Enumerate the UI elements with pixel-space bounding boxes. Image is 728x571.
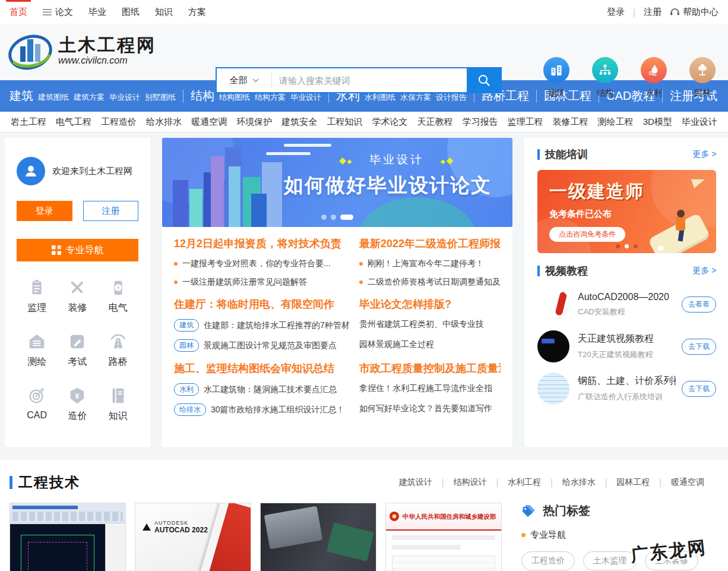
training-more-link[interactable]: 更多 > [692,149,716,160]
news-item[interactable]: 二级造价师资格考试日期调整通知及2... [359,277,501,288]
grid-item-surveying[interactable]: 测绘 [17,332,57,368]
subnav-plumbing[interactable]: 给水排水 [146,116,182,128]
news-item[interactable]: 贵州省建筑工程类初、中级专业技 [359,319,501,332]
news-item[interactable]: 一级注册建筑师注册常见问题解答 [174,277,359,288]
tab-structure-design[interactable]: 结构设计 [453,477,486,488]
nav-arch-villa[interactable]: 别墅图纸 [145,92,176,103]
nav-struct-graduation[interactable]: 毕业设计 [290,92,321,103]
login-button[interactable]: 登录 [17,201,72,221]
nav-struct-drawings[interactable]: 结构图纸 [219,92,250,103]
subnav-geotech[interactable]: 岩土工程 [11,116,46,128]
quick-link-structure[interactable]: 结构 [589,57,621,99]
grid-item-electrical[interactable]: 电气 [98,278,138,314]
video-action-button[interactable]: 去下载 [682,339,716,355]
nav-structure[interactable]: 结构 [191,88,214,104]
banner-dot-active[interactable] [625,244,629,248]
grid-item-cost[interactable]: ¥ 造价 [57,386,97,422]
topbar-item-papers[interactable]: 论文 [43,0,73,24]
banner-dot[interactable] [634,244,638,248]
pro-nav-button[interactable]: 专业导航 [17,239,138,261]
banner-dot[interactable] [616,244,620,248]
video-title[interactable]: AutoCAD2008—2020 [578,292,676,302]
category-tag[interactable]: 建筑 [174,319,199,332]
subnav-tianzheng[interactable]: 天正教程 [417,116,452,128]
news-item[interactable]: 园林景观施工全过程 [359,339,501,352]
news-headline[interactable]: 住建厅：将临时用电、有限空间作 [174,297,359,311]
subnav-supervision[interactable]: 监理工程 [508,116,543,128]
news-item[interactable]: 一建报考专业对照表，你的专业符合要... [174,258,359,269]
news-item[interactable]: 园林景观施工图设计常见规范及审图要点 [174,339,359,352]
topbar-item-knowledge[interactable]: 知识 [155,0,173,24]
news-headline[interactable]: 毕业论文怎样排版? [359,297,501,311]
quick-link-architecture[interactable]: 建筑 [540,57,572,99]
video-title[interactable]: 钢筋、土建、计价系列视... [578,375,676,387]
video-title[interactable]: 天正建筑视频教程 [578,333,676,345]
subnav-3d-models[interactable]: 3D模型 [643,116,672,128]
video-action-button[interactable]: 去看看 [682,296,716,313]
category-tag[interactable]: 园林 [174,339,199,352]
subnav-environment[interactable]: 环境保护 [236,116,272,128]
topbar-item-home[interactable]: 首页 [10,0,27,24]
subnav-electrical[interactable]: 电气工程 [56,116,91,128]
video-action-button[interactable]: 去下载 [682,381,716,397]
video-thumbnail[interactable] [537,330,569,362]
grid-item-exam[interactable]: 考试 [57,332,97,368]
login-link[interactable]: 登录 [607,7,625,18]
tab-hvac[interactable]: 暖通空调 [671,477,704,488]
nav-arch-drawings[interactable]: 建筑图纸 [38,92,69,103]
nav-water-drawings[interactable]: 水利图纸 [365,92,395,103]
nav-arch-plans[interactable]: 建筑方案 [74,92,105,103]
grid-item-knowledge[interactable]: 知识 [98,386,138,422]
subnav-surveying[interactable]: 测绘工程 [598,116,634,128]
tab-architecture-design[interactable]: 建筑设计 [399,477,432,488]
help-center-link[interactable]: 帮助中心 [670,7,718,18]
news-item[interactable]: 拿捏住！水利工程施工导流作业全指 [359,383,501,396]
banner-cta-button[interactable]: 点击咨询免考条件 [549,227,625,242]
carousel-dot-active[interactable] [340,214,353,220]
news-headline[interactable]: 施工、监理结构图纸会审知识总结 [174,361,359,376]
news-headline[interactable]: 市政工程质量控制及施工质量通病 [359,361,501,376]
carousel-dot[interactable] [321,214,327,220]
news-item[interactable]: 水利水工建筑物：隧洞施工技术要点汇总 [174,383,359,396]
subnav-reports[interactable]: 学习报告 [462,116,498,128]
hero-carousel[interactable]: ◆◆ 毕业设计 ◆◆ 如何做好毕业设计论文 [162,138,512,227]
tab-water-engineering[interactable]: 水利工程 [508,477,541,488]
subnav-safety[interactable]: 建筑安全 [281,116,317,128]
topbar-item-graduation[interactable]: 毕业 [88,0,106,24]
grid-item-supervision[interactable]: 监理 [17,278,57,314]
nav-struct-plans[interactable]: 结构方案 [255,92,286,103]
category-tag[interactable]: 水利 [174,383,199,396]
training-banner[interactable]: 一级建造师 免考条件已公布 点击咨询免考条件 [537,170,716,253]
subnav-hvac[interactable]: 暖通空调 [191,116,227,128]
news-item[interactable]: 刚刚！上海宣布今年二建停考！ [359,258,501,269]
tab-landscape[interactable]: 园林工程 [616,477,650,488]
hot-nav-link[interactable]: 专业导航 [530,529,566,541]
register-link[interactable]: 注册 [644,7,661,18]
tab-plumbing[interactable]: 给水排水 [562,477,596,488]
video-thumbnail[interactable] [537,288,569,320]
tech-card-autocad-2022[interactable]: AUTODESK AUTOCAD 2022 [135,503,251,571]
tech-card-thesis-photo[interactable]: 大学生毕业设计论文 [260,503,376,571]
grid-item-decoration[interactable]: 装修 [57,278,97,314]
subnav-graduation[interactable]: 毕业设计 [682,116,717,128]
videos-more-link[interactable]: 更多 > [692,266,716,276]
nav-water-reports[interactable]: 设计报告 [436,92,467,103]
nav-water-plans[interactable]: 水保方案 [400,92,431,103]
search-button[interactable] [467,68,501,92]
news-headline[interactable]: 12月2日起申报资质，将对技术负责 [174,236,359,251]
quick-link-water[interactable]: 水利 [638,57,670,99]
video-thumbnail[interactable] [537,373,569,405]
news-item[interactable]: 建筑住建部：建筑给排水工程推荐的7种管材 [174,319,359,332]
tag-pill-cost[interactable]: 工程造价 [521,551,575,570]
grid-item-cad[interactable]: CAD [17,386,57,422]
tech-card-ministry-page[interactable]: 中华人民共和国住房和城乡建设部 [385,503,502,571]
topbar-item-drawings[interactable]: 图纸 [122,0,140,24]
nav-arch-graduation[interactable]: 毕业设计 [109,92,140,103]
subnav-papers[interactable]: 学术论文 [372,116,407,128]
subnav-cost[interactable]: 工程造价 [101,116,137,128]
carousel-dot[interactable] [331,214,336,220]
news-item[interactable]: 给排水30篇市政给排水施工组织设计汇总！ [174,403,359,416]
search-input[interactable] [272,75,467,86]
grid-item-road-bridge[interactable]: 路桥 [98,332,138,368]
subnav-decoration[interactable]: 装修工程 [553,116,588,128]
